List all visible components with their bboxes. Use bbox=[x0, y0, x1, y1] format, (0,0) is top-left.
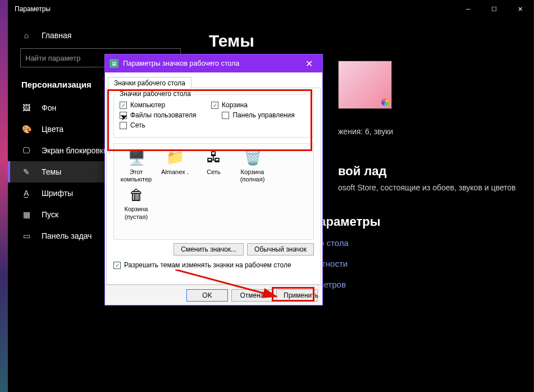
checkbox-label: Корзина bbox=[222, 101, 248, 109]
sidebar-item-label: Цвета bbox=[42, 125, 63, 134]
recyclebin-empty-icon: 🗑 bbox=[127, 185, 146, 204]
sidebar-item-label: Темы bbox=[42, 167, 61, 176]
icon-cell-user[interactable]: 📁 Almanex . bbox=[156, 148, 194, 183]
sidebar-item-label: Панель задач bbox=[42, 231, 92, 240]
maximize-button[interactable]: ☐ bbox=[481, 0, 507, 18]
icons-fieldset: Значки рабочего стола ✓ Компьютер ✓ Корз… bbox=[113, 94, 314, 138]
more-themes-heading: вой лад bbox=[338, 164, 519, 179]
network-icon: 🖧 bbox=[204, 148, 223, 167]
start-icon: ▦ bbox=[21, 209, 31, 220]
icon-label: Корзина (полная) bbox=[234, 168, 271, 183]
checkbox-label: Файлы пользователя bbox=[130, 111, 196, 119]
icon-preview-grid: 🖥️ Этот компьютер 📁 Almanex . 🖧 Сеть 🗑️ … bbox=[113, 143, 314, 240]
theme-thumbnail[interactable] bbox=[338, 61, 392, 109]
icon-label: Корзина (пустая) bbox=[117, 206, 155, 220]
checkbox-controlpanel[interactable]: Панель управления bbox=[222, 111, 294, 119]
picture-icon: 🖼 bbox=[21, 103, 31, 113]
desktop-background-strip bbox=[0, 0, 8, 392]
desktop-icons-dialog: 🖥 Параметры значков рабочего стола ✕ Зна… bbox=[104, 54, 323, 306]
cancel-button[interactable]: Отмена bbox=[231, 289, 273, 302]
dialog-titlebar: 🖥 Параметры значков рабочего стола ✕ bbox=[105, 54, 322, 72]
apply-button[interactable]: Применить bbox=[276, 289, 318, 302]
checkbox-label: Компьютер bbox=[130, 101, 165, 109]
sidebar-item-label: Фон bbox=[42, 103, 56, 112]
userfolder-icon: 📁 bbox=[166, 148, 185, 167]
icon-cell-empty bbox=[272, 148, 310, 183]
icon-label: Almanex . bbox=[161, 168, 189, 176]
titlebar: Параметры ─ ☐ ✕ bbox=[8, 0, 533, 18]
taskbar-icon: ▭ bbox=[21, 231, 31, 241]
allow-themes-checkbox[interactable]: Разрешить темам изменять значки на рабоч… bbox=[124, 261, 291, 269]
recyclebin-full-icon: 🗑️ bbox=[243, 148, 262, 167]
checkbox-label: Панель управления bbox=[232, 111, 294, 119]
icon-label: Этот компьютер bbox=[117, 168, 155, 183]
window-title: Параметры bbox=[15, 5, 455, 13]
lockscreen-icon: 🖵 bbox=[21, 145, 31, 156]
dialog-panel: Значки рабочего стола ✓ Компьютер ✓ Корз… bbox=[106, 88, 321, 285]
default-icon-button[interactable]: Обычный значок bbox=[247, 243, 314, 256]
sidebar-home-label: Главная bbox=[42, 31, 71, 40]
checkbox-computer[interactable]: ✓ Компьютер bbox=[120, 101, 165, 109]
page-title: Темы bbox=[209, 31, 519, 51]
search-placeholder: Найти параметр bbox=[25, 54, 80, 62]
icon-cell-network[interactable]: 🖧 Сеть bbox=[195, 148, 232, 183]
theme-caption: жения: 6, звуки bbox=[338, 127, 519, 136]
sidebar-home[interactable]: ⌂ Главная bbox=[8, 25, 193, 46]
dialog-title: Параметры значков рабочего стола bbox=[123, 60, 300, 67]
checkbox-icon: ✓ bbox=[113, 262, 121, 269]
checkbox-icon: ✓ bbox=[211, 102, 218, 109]
close-button[interactable]: ✕ bbox=[507, 0, 533, 18]
dialog-close-button[interactable]: ✕ bbox=[300, 58, 318, 69]
icon-cell-recycleempty[interactable]: 🗑 Корзина (пустая) bbox=[117, 185, 155, 220]
checkbox-recycle[interactable]: ✓ Корзина bbox=[211, 101, 248, 109]
home-icon: ⌂ bbox=[21, 30, 31, 40]
sidebar-item-label: Экран блокировки bbox=[42, 146, 108, 155]
icon-cell-recyclefull[interactable]: 🗑️ Корзина (полная) bbox=[234, 148, 271, 183]
checkbox-icon bbox=[222, 112, 229, 119]
ok-button[interactable]: OK bbox=[186, 289, 228, 302]
fieldset-legend: Значки рабочего стола bbox=[117, 90, 193, 98]
icon-cell-computer[interactable]: 🖥️ Этот компьютер bbox=[117, 148, 155, 183]
dialog-icon: 🖥 bbox=[109, 59, 118, 68]
checkbox-userfiles[interactable]: Файлы пользователя bbox=[120, 111, 196, 119]
palette-icon: 🎨 bbox=[21, 124, 31, 134]
checkbox-network[interactable]: Сеть bbox=[120, 121, 145, 129]
checkbox-icon bbox=[120, 122, 127, 129]
sidebar-item-label: Пуск bbox=[42, 210, 58, 219]
checkbox-icon: ✓ bbox=[120, 102, 127, 109]
icon-label: Сеть bbox=[207, 168, 220, 176]
dialog-footer: OK Отмена Применить bbox=[105, 285, 322, 305]
sidebar-item-label: Шрифты bbox=[42, 189, 73, 198]
change-icon-button[interactable]: Сменить значок... bbox=[174, 243, 244, 256]
checkbox-label: Сеть bbox=[130, 121, 145, 129]
computer-icon: 🖥️ bbox=[127, 148, 146, 167]
dialog-tab[interactable]: Значки рабочего стола bbox=[108, 77, 191, 89]
more-themes-text: osoft Store, состоящие из обоев, звуков … bbox=[338, 183, 519, 192]
minimize-button[interactable]: ─ bbox=[455, 0, 481, 18]
checkbox-icon bbox=[120, 112, 127, 119]
themes-icon: ✎ bbox=[21, 167, 31, 177]
fonts-icon: A̲ bbox=[21, 188, 31, 198]
